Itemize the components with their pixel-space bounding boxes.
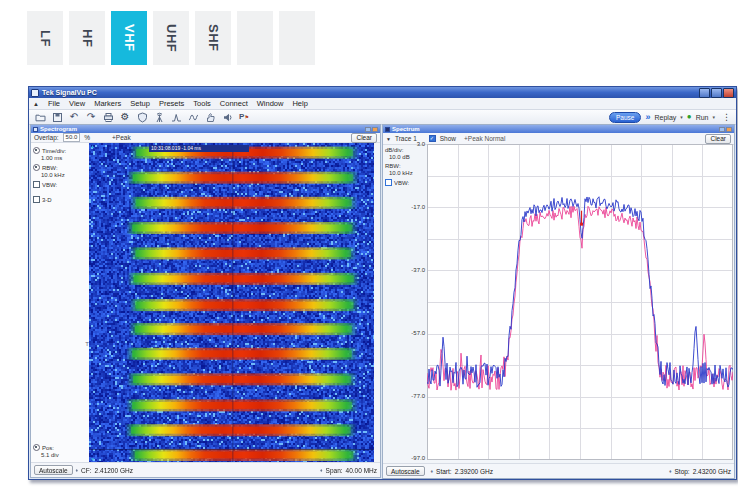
spectrum-display[interactable] [427,144,733,460]
replay-dropdown-icon[interactable]: ▾ [680,114,683,120]
overflow-menu-icon[interactable]: ⋮ [722,112,731,122]
run-dropdown-icon[interactable]: ▾ [712,114,715,120]
tab-vhf[interactable]: VHF [111,11,147,65]
menu-tools[interactable]: Tools [193,99,211,108]
spectrum-trace-type: +Peak Normal [464,135,505,142]
tab-uhf[interactable]: UHF [153,11,189,65]
spectrum-clear-button[interactable]: Clear [705,134,731,144]
menu-connect[interactable]: Connect [220,99,248,108]
spectrum-vbw-checkbox[interactable] [385,179,392,186]
tab-uhf-label: UHF [164,24,179,52]
undo-icon[interactable]: ↶ [68,111,80,123]
menubar: ▲ File View Markers Setup Presets Tools … [29,98,736,110]
stop-diamond-icon: ♦ [669,468,672,474]
menu-setup[interactable]: Setup [130,99,150,108]
replay-icon: » [645,113,650,121]
menu-window[interactable]: Window [257,99,284,108]
close-button[interactable] [723,88,734,98]
spectrogram-canvas[interactable] [89,143,374,463]
db-div-label: dB/div: [385,147,403,153]
pos-value[interactable]: 5.1 div [41,452,59,458]
shield-icon[interactable] [136,111,148,123]
folder-open-icon[interactable] [34,111,46,123]
tab-hf-label: HF [80,29,95,47]
scroll-up-icon[interactable]: ▲ [90,143,95,149]
panel-minimize-button[interactable] [719,127,725,132]
maximize-button[interactable] [711,88,722,98]
pos-radio[interactable] [33,444,40,451]
band-tabbar: LF HF VHF UHF SHF [27,11,315,65]
menu-markers[interactable]: Markers [94,99,121,108]
spectrogram-panel-icon [33,127,38,132]
tab-empty-1[interactable] [237,11,273,65]
stop-label: Stop: [675,468,690,475]
vbw-checkbox[interactable] [33,181,40,188]
speaker-icon[interactable] [221,111,233,123]
y-axis-label-4: -77.0 [395,393,425,399]
menu-presets[interactable]: Presets [159,99,184,108]
cf-diamond-icon: ♦ [76,467,79,473]
window-title: Tek SignalVu PC [42,89,97,96]
acquisition-controls: Pause » Replay ▾ ● Run ▾ ⋮ [609,112,731,123]
app-menu-icon[interactable]: ▲ [33,101,39,107]
spectrum-canvas[interactable] [427,144,733,460]
threed-checkbox[interactable] [33,196,40,203]
rbw-value[interactable]: 10.0 kHz [41,172,90,178]
start-diamond-icon: ♦ [431,468,434,474]
gear-icon[interactable]: ⚙ [119,111,131,123]
start-value[interactable]: 2.39200 GHz [455,468,493,475]
spectrogram-display[interactable]: 10:31:08.019 -1.04 ms ▲ ▼ [89,143,374,463]
tab-hf[interactable]: HF [69,11,105,65]
time-div-radio[interactable] [33,147,40,154]
tab-empty-2[interactable] [279,11,315,65]
screen: LF HF VHF UHF SHF Tek SignalVu PC ▲ File… [0,0,738,487]
redo-icon[interactable]: ↷ [85,111,97,123]
window-buttons [699,88,734,98]
trace-dropdown-icon[interactable]: ▼ [386,136,391,142]
run-button[interactable]: Run [696,114,709,121]
db-div-value[interactable]: 10.0 dB [389,154,428,160]
tab-shf[interactable]: SHF [195,11,231,65]
hand-icon[interactable] [204,111,216,123]
replay-button[interactable]: Replay [654,114,676,121]
overlap-input[interactable]: 50.0 [63,133,81,142]
pause-button[interactable]: Pause [609,112,641,123]
save-icon[interactable] [51,111,63,123]
selected-line-readout[interactable]: 10:31:08.019 -1.04 ms [149,145,249,152]
time-div-value[interactable]: 1.00 ms [41,155,90,161]
menu-help[interactable]: Help [292,99,307,108]
window-titlebar[interactable]: Tek SignalVu PC [29,87,736,98]
spectrogram-autoscale-button[interactable]: Autoscale [34,465,73,475]
antenna-icon[interactable] [153,111,165,123]
waveform-alt-icon[interactable] [187,111,199,123]
waveform-icon[interactable] [170,111,182,123]
span-value[interactable]: 40.00 MHz [346,467,377,474]
y-axis-label-2: -37.0 [395,267,425,273]
preset-flag-icon[interactable]: P⚑ [238,111,250,123]
cf-value[interactable]: 2.41200 GHz [95,467,133,474]
spectrogram-controls: Overlap: 50.0 % +Peak Clear [31,133,380,143]
stop-value[interactable]: 2.43200 GHz [693,468,731,475]
printer-icon[interactable] [102,111,114,123]
spectrogram-clear-button[interactable]: Clear [351,133,377,143]
spectrum-rbw-value[interactable]: 10.0 kHz [389,170,428,176]
menu-view[interactable]: View [69,99,85,108]
spectrum-titlebar: Spectrum [383,125,734,133]
show-checkbox[interactable] [429,135,436,142]
minimize-button[interactable] [699,88,710,98]
spectrogram-panel: Spectrogram Overlap: 50.0 % +Peak Clear … [30,124,381,478]
tab-lf[interactable]: LF [27,11,63,65]
spectrum-autoscale-button[interactable]: Autoscale [386,466,425,476]
start-label: Start: [436,468,452,475]
panel-maximize-button[interactable] [726,127,732,132]
menu-file[interactable]: File [48,99,60,108]
y-axis-label-3: -57.0 [395,330,425,336]
spectrum-sidebar: dB/div: 10.0 dB RBW: 10.0 kHz VBW: [383,145,428,462]
panel-maximize-button[interactable] [372,127,378,132]
spectrogram-footer: Autoscale ♦ CF: 2.41200 GHz ♦ Span: 40.0… [31,462,380,477]
threed-label: 3-D [42,197,52,203]
overlap-label: Overlap: [34,134,59,141]
rbw-radio[interactable] [33,164,40,171]
app-icon [31,89,39,97]
panel-minimize-button[interactable] [365,127,371,132]
